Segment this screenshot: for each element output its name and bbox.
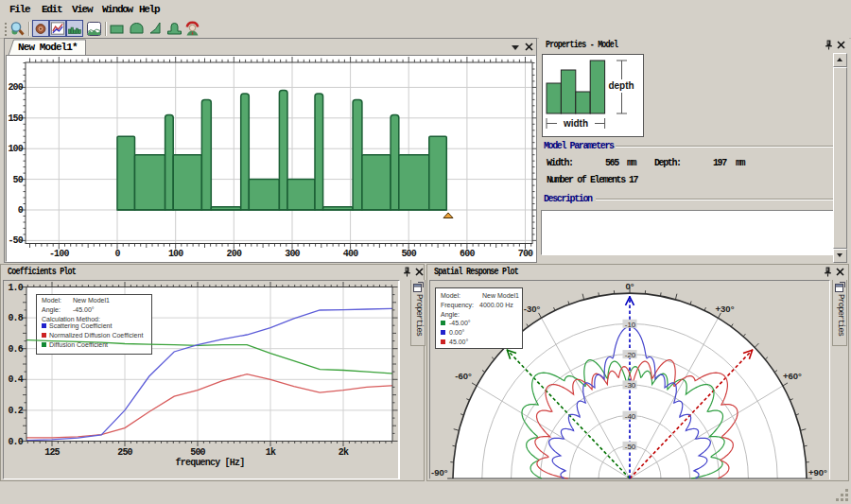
svg-text:150: 150	[8, 113, 23, 124]
svg-text:-50: -50	[8, 235, 23, 246]
svg-text:0: 0	[18, 205, 24, 216]
svg-text:Frequency:: Frequency:	[441, 302, 474, 309]
svg-text:-20: -20	[625, 351, 636, 359]
svg-text:0: 0	[114, 249, 120, 259]
svg-text:0.4: 0.4	[8, 374, 23, 385]
svg-text:-30: -30	[625, 381, 636, 390]
svg-text:Normalized Diffusion Coefficie: Normalized Diffusion Coefficient	[49, 332, 143, 339]
svg-text:-30°: -30°	[524, 304, 541, 314]
svg-text:700: 700	[518, 249, 533, 259]
svg-text:500: 500	[190, 447, 205, 458]
svg-text:500: 500	[401, 249, 416, 259]
svg-text:200: 200	[8, 82, 23, 93]
svg-text:400: 400	[343, 249, 358, 259]
svg-text:125: 125	[44, 447, 60, 458]
svg-text:200: 200	[226, 249, 241, 259]
svg-text:0°: 0°	[625, 281, 634, 291]
svg-text:100: 100	[8, 144, 23, 154]
svg-text:New Model1: New Model1	[482, 292, 519, 299]
svg-text:600: 600	[460, 249, 475, 259]
svg-text:Angle:: Angle:	[441, 311, 460, 319]
svg-text:width: width	[563, 118, 588, 129]
svg-text:-40: -40	[625, 412, 636, 421]
svg-text:New Model1: New Model1	[73, 297, 110, 304]
svg-text:-10: -10	[625, 321, 636, 329]
svg-text:-45.00°: -45.00°	[449, 320, 471, 326]
svg-text:+30°: +30°	[716, 304, 735, 314]
svg-text:Model:: Model:	[42, 297, 61, 304]
svg-text:depth: depth	[608, 80, 634, 91]
svg-text:0.0: 0.0	[8, 437, 23, 447]
svg-text:Calculation Method:: Calculation Method:	[42, 316, 100, 322]
svg-text:4000.00 Hz: 4000.00 Hz	[479, 302, 513, 308]
svg-text:0.8: 0.8	[8, 313, 23, 323]
svg-text:45.00°: 45.00°	[449, 339, 469, 345]
svg-text:-45.00°: -45.00°	[73, 306, 95, 313]
svg-text:-90°: -90°	[431, 467, 448, 478]
svg-text:1k: 1k	[266, 447, 276, 458]
svg-text:-100: -100	[49, 249, 70, 259]
svg-text:-50: -50	[625, 443, 636, 451]
svg-text:0.00°: 0.00°	[449, 329, 465, 336]
svg-text:2k: 2k	[339, 447, 349, 458]
svg-text:Scattering Coefficient: Scattering Coefficient	[49, 322, 112, 330]
svg-text:100: 100	[168, 249, 183, 259]
svg-text:0.6: 0.6	[8, 344, 23, 355]
svg-text:Angle:: Angle:	[42, 306, 61, 314]
svg-text:300: 300	[285, 249, 300, 259]
svg-text:frequency [Hz]: frequency [Hz]	[176, 458, 245, 468]
svg-text:-60°: -60°	[455, 371, 472, 381]
svg-text:Model:: Model:	[441, 292, 460, 299]
svg-text:0.2: 0.2	[8, 406, 23, 416]
svg-text:50: 50	[13, 175, 24, 185]
svg-text:1.0: 1.0	[8, 283, 23, 293]
svg-text:+60°: +60°	[783, 371, 802, 381]
svg-text:+90°: +90°	[808, 467, 827, 478]
svg-text:250: 250	[117, 447, 132, 458]
